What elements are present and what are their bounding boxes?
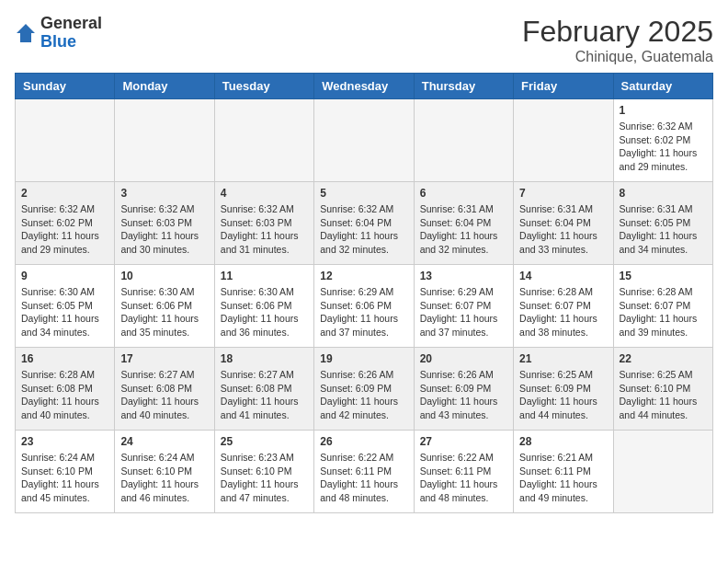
day-info: Sunrise: 6:30 AM Sunset: 6:06 PM Dayligh… bbox=[221, 285, 308, 339]
calendar-cell: 7Sunrise: 6:31 AM Sunset: 6:04 PM Daylig… bbox=[514, 182, 613, 265]
calendar-cell: 13Sunrise: 6:29 AM Sunset: 6:07 PM Dayli… bbox=[414, 265, 513, 348]
day-info: Sunrise: 6:32 AM Sunset: 6:03 PM Dayligh… bbox=[120, 202, 208, 257]
calendar-header-friday: Friday bbox=[514, 74, 613, 99]
day-info: Sunrise: 6:31 AM Sunset: 6:04 PM Dayligh… bbox=[420, 202, 507, 257]
calendar-cell: 4Sunrise: 6:32 AM Sunset: 6:03 PM Daylig… bbox=[214, 182, 313, 265]
day-info: Sunrise: 6:21 AM Sunset: 6:11 PM Dayligh… bbox=[519, 451, 607, 505]
day-info: Sunrise: 6:24 AM Sunset: 6:10 PM Dayligh… bbox=[21, 451, 108, 505]
day-number: 6 bbox=[420, 187, 507, 200]
calendar-cell: 17Sunrise: 6:27 AM Sunset: 6:08 PM Dayli… bbox=[115, 348, 214, 431]
day-number: 26 bbox=[320, 435, 407, 448]
calendar-cell bbox=[16, 99, 115, 182]
day-info: Sunrise: 6:28 AM Sunset: 6:07 PM Dayligh… bbox=[519, 285, 607, 339]
day-number: 14 bbox=[519, 270, 607, 282]
page-header: General Blue February 2025 Chinique, Gua… bbox=[15, 15, 713, 65]
day-info: Sunrise: 6:32 AM Sunset: 6:02 PM Dayligh… bbox=[620, 120, 707, 174]
day-info: Sunrise: 6:30 AM Sunset: 6:05 PM Dayligh… bbox=[21, 285, 108, 339]
logo-general-text: General bbox=[40, 14, 102, 32]
calendar-cell: 2Sunrise: 6:32 AM Sunset: 6:02 PM Daylig… bbox=[16, 182, 115, 265]
calendar-week-row: 16Sunrise: 6:28 AM Sunset: 6:08 PM Dayli… bbox=[16, 348, 713, 431]
calendar-cell bbox=[314, 99, 414, 182]
day-number: 5 bbox=[320, 187, 407, 200]
title-block: February 2025 Chinique, Guatemala bbox=[522, 15, 713, 65]
calendar-cell bbox=[115, 99, 214, 182]
day-info: Sunrise: 6:29 AM Sunset: 6:07 PM Dayligh… bbox=[420, 285, 507, 339]
calendar-header-wednesday: Wednesday bbox=[314, 74, 414, 99]
calendar-cell: 27Sunrise: 6:22 AM Sunset: 6:11 PM Dayli… bbox=[414, 431, 513, 513]
calendar-cell bbox=[214, 99, 313, 182]
calendar-cell: 28Sunrise: 6:21 AM Sunset: 6:11 PM Dayli… bbox=[514, 431, 613, 513]
calendar-cell: 23Sunrise: 6:24 AM Sunset: 6:10 PM Dayli… bbox=[16, 431, 115, 513]
calendar-cell: 14Sunrise: 6:28 AM Sunset: 6:07 PM Dayli… bbox=[514, 265, 613, 348]
calendar-cell: 22Sunrise: 6:25 AM Sunset: 6:10 PM Dayli… bbox=[613, 348, 712, 431]
day-number: 8 bbox=[620, 187, 707, 200]
day-info: Sunrise: 6:31 AM Sunset: 6:04 PM Dayligh… bbox=[519, 202, 607, 257]
calendar-cell bbox=[613, 431, 712, 513]
day-number: 18 bbox=[221, 352, 308, 365]
day-number: 4 bbox=[221, 187, 308, 200]
calendar-cell: 25Sunrise: 6:23 AM Sunset: 6:10 PM Dayli… bbox=[214, 431, 313, 513]
day-info: Sunrise: 6:32 AM Sunset: 6:03 PM Dayligh… bbox=[221, 202, 308, 257]
calendar-header-thursday: Thursday bbox=[414, 74, 513, 99]
day-info: Sunrise: 6:26 AM Sunset: 6:09 PM Dayligh… bbox=[320, 368, 407, 422]
calendar-header-sunday: Sunday bbox=[16, 74, 115, 99]
logo: General Blue bbox=[15, 15, 102, 52]
day-number: 21 bbox=[519, 352, 607, 365]
day-number: 28 bbox=[519, 435, 607, 448]
day-number: 27 bbox=[420, 435, 507, 448]
day-info: Sunrise: 6:22 AM Sunset: 6:11 PM Dayligh… bbox=[320, 451, 407, 505]
day-number: 22 bbox=[620, 352, 707, 365]
calendar-cell: 3Sunrise: 6:32 AM Sunset: 6:03 PM Daylig… bbox=[115, 182, 214, 265]
day-number: 11 bbox=[221, 270, 308, 282]
calendar-cell bbox=[414, 99, 513, 182]
day-number: 2 bbox=[21, 187, 108, 200]
day-info: Sunrise: 6:32 AM Sunset: 6:04 PM Dayligh… bbox=[320, 202, 407, 257]
calendar-cell: 16Sunrise: 6:28 AM Sunset: 6:08 PM Dayli… bbox=[16, 348, 115, 431]
calendar-cell: 26Sunrise: 6:22 AM Sunset: 6:11 PM Dayli… bbox=[314, 431, 414, 513]
calendar-cell: 18Sunrise: 6:27 AM Sunset: 6:08 PM Dayli… bbox=[214, 348, 313, 431]
calendar-header-saturday: Saturday bbox=[613, 74, 712, 99]
day-number: 19 bbox=[320, 352, 407, 365]
calendar-cell bbox=[514, 99, 613, 182]
calendar-header-monday: Monday bbox=[115, 74, 214, 99]
day-info: Sunrise: 6:26 AM Sunset: 6:09 PM Dayligh… bbox=[420, 368, 507, 422]
day-info: Sunrise: 6:25 AM Sunset: 6:09 PM Dayligh… bbox=[519, 368, 607, 422]
calendar-cell: 10Sunrise: 6:30 AM Sunset: 6:06 PM Dayli… bbox=[115, 265, 214, 348]
calendar-cell: 5Sunrise: 6:32 AM Sunset: 6:04 PM Daylig… bbox=[314, 182, 414, 265]
calendar-cell: 11Sunrise: 6:30 AM Sunset: 6:06 PM Dayli… bbox=[214, 265, 313, 348]
day-info: Sunrise: 6:25 AM Sunset: 6:10 PM Dayligh… bbox=[620, 368, 707, 422]
calendar-header-tuesday: Tuesday bbox=[214, 74, 313, 99]
location-subtitle: Chinique, Guatemala bbox=[522, 49, 713, 65]
day-number: 20 bbox=[420, 352, 507, 365]
calendar-week-row: 23Sunrise: 6:24 AM Sunset: 6:10 PM Dayli… bbox=[16, 431, 713, 513]
day-number: 15 bbox=[620, 270, 707, 282]
calendar-week-row: 1Sunrise: 6:32 AM Sunset: 6:02 PM Daylig… bbox=[16, 99, 713, 182]
day-info: Sunrise: 6:32 AM Sunset: 6:02 PM Dayligh… bbox=[21, 202, 108, 257]
calendar-cell: 19Sunrise: 6:26 AM Sunset: 6:09 PM Dayli… bbox=[314, 348, 414, 431]
calendar-cell: 1Sunrise: 6:32 AM Sunset: 6:02 PM Daylig… bbox=[613, 99, 712, 182]
day-info: Sunrise: 6:31 AM Sunset: 6:05 PM Dayligh… bbox=[620, 202, 707, 257]
day-number: 9 bbox=[21, 270, 108, 282]
day-number: 7 bbox=[519, 187, 607, 200]
day-number: 23 bbox=[21, 435, 108, 448]
day-info: Sunrise: 6:30 AM Sunset: 6:06 PM Dayligh… bbox=[120, 285, 208, 339]
day-number: 25 bbox=[221, 435, 308, 448]
svg-marker-0 bbox=[17, 24, 35, 42]
day-info: Sunrise: 6:22 AM Sunset: 6:11 PM Dayligh… bbox=[420, 451, 507, 505]
day-number: 17 bbox=[120, 352, 208, 365]
day-info: Sunrise: 6:24 AM Sunset: 6:10 PM Dayligh… bbox=[120, 451, 208, 505]
calendar-week-row: 2Sunrise: 6:32 AM Sunset: 6:02 PM Daylig… bbox=[16, 182, 713, 265]
day-info: Sunrise: 6:29 AM Sunset: 6:06 PM Dayligh… bbox=[320, 285, 407, 339]
calendar-cell: 21Sunrise: 6:25 AM Sunset: 6:09 PM Dayli… bbox=[514, 348, 613, 431]
day-number: 16 bbox=[21, 352, 108, 365]
day-number: 1 bbox=[620, 104, 707, 117]
calendar-cell: 9Sunrise: 6:30 AM Sunset: 6:05 PM Daylig… bbox=[16, 265, 115, 348]
calendar-week-row: 9Sunrise: 6:30 AM Sunset: 6:05 PM Daylig… bbox=[16, 265, 713, 348]
day-number: 13 bbox=[420, 270, 507, 282]
day-number: 24 bbox=[120, 435, 208, 448]
day-number: 12 bbox=[320, 270, 407, 282]
day-info: Sunrise: 6:28 AM Sunset: 6:08 PM Dayligh… bbox=[21, 368, 108, 422]
day-info: Sunrise: 6:23 AM Sunset: 6:10 PM Dayligh… bbox=[221, 451, 308, 505]
calendar-cell: 8Sunrise: 6:31 AM Sunset: 6:05 PM Daylig… bbox=[613, 182, 712, 265]
calendar-table: SundayMondayTuesdayWednesdayThursdayFrid… bbox=[15, 73, 713, 513]
